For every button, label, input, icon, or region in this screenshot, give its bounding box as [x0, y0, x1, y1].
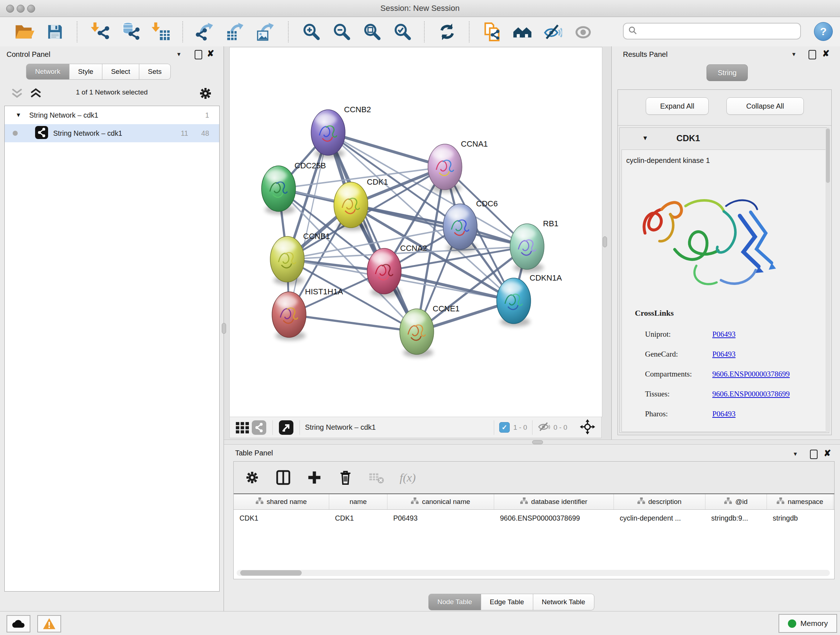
collection-expand-caret-icon[interactable]: ▼ [16, 112, 21, 119]
table-cell[interactable]: P06493 [387, 510, 494, 526]
column-header[interactable]: @id [706, 494, 767, 509]
hidden-eye-slash-icon[interactable] [538, 421, 551, 434]
table-cell[interactable]: CDK1 [234, 510, 329, 526]
open-in-new-window-icon[interactable] [278, 419, 294, 436]
network-node-CCNE1[interactable] [400, 309, 434, 357]
network-node-HIST1H1A[interactable] [272, 292, 306, 340]
tab-string[interactable]: String [706, 65, 748, 81]
column-header[interactable]: database identifier [494, 494, 614, 509]
crosslink-link[interactable]: P06493 [712, 409, 736, 418]
table-hscrollbar[interactable] [237, 570, 830, 576]
crosslink-link[interactable]: 9606.ENSP00000378699 [712, 390, 790, 399]
split-icon[interactable] [275, 469, 292, 486]
column-header[interactable]: description [614, 494, 706, 509]
panel-menu-caret-icon[interactable]: ▼ [176, 51, 182, 57]
panel-float-icon[interactable] [808, 50, 816, 59]
network-row-selected[interactable]: String Network – cdk1 11 48 [5, 124, 219, 142]
network-node-CCNA2[interactable] [367, 249, 401, 297]
column-header[interactable]: shared name [234, 494, 329, 509]
table-cell[interactable]: cyclin-dependent ... [614, 510, 706, 526]
network-node-CDC6[interactable] [443, 204, 477, 252]
network-node-CDK1[interactable] [334, 182, 368, 231]
warning-button[interactable] [37, 615, 61, 632]
panel-menu-caret-icon[interactable]: ▼ [791, 51, 797, 57]
refresh-network-icon[interactable] [437, 21, 457, 42]
search-box[interactable] [623, 23, 801, 40]
zoom-in-icon[interactable] [301, 21, 321, 42]
hide-selected-icon[interactable] [543, 21, 563, 42]
crosslink-link[interactable]: P06493 [712, 330, 736, 339]
panel-float-icon[interactable] [810, 450, 818, 459]
tab-network[interactable]: Network [26, 64, 69, 80]
network-label: String Network – cdk1 [53, 129, 122, 138]
collapse-all-button[interactable]: Collapse All [726, 97, 804, 115]
selected-count-checkbox[interactable]: ✓ [499, 422, 510, 432]
network-node-CCNB1[interactable] [270, 236, 304, 285]
gear-icon[interactable] [244, 469, 261, 486]
import-network-database-icon[interactable] [120, 21, 141, 42]
zoom-selected-icon[interactable] [392, 21, 412, 42]
network-graph[interactable]: CCNB2CCNA1CDC25BCDK1CDC6RB1CCNB1CCNA2CDK… [230, 48, 602, 417]
trash-icon[interactable] [337, 469, 354, 486]
cloud-button[interactable] [6, 615, 30, 632]
network-node-CCNB2[interactable] [311, 110, 345, 158]
toolbar-separator [424, 21, 425, 42]
import-network-file-icon[interactable] [90, 21, 110, 42]
table-x-icon[interactable] [368, 469, 385, 486]
function-builder-icon[interactable]: f(x) [399, 469, 416, 486]
table-cell[interactable]: stringdb [767, 510, 834, 526]
horizontal-splitter[interactable] [224, 440, 840, 445]
help-button[interactable]: ? [814, 22, 833, 41]
home-houses-icon[interactable] [512, 21, 532, 42]
crosslink-link[interactable]: P06493 [712, 350, 736, 359]
right-splitter-handle[interactable] [603, 236, 607, 247]
crosslink-link[interactable]: 9606.ENSP00000378699 [712, 370, 790, 379]
export-network-icon[interactable] [195, 21, 216, 42]
table-row[interactable]: CDK1CDK1P064939606.ENSP00000378699cyclin… [234, 510, 834, 526]
expand-all-button[interactable]: Expand All [646, 97, 709, 115]
panel-close-icon[interactable]: ✘ [822, 49, 829, 59]
network-node-CDKN1A[interactable] [497, 278, 531, 326]
show-all-icon[interactable] [573, 21, 593, 42]
export-image-icon[interactable] [256, 21, 276, 42]
network-options-gear-icon[interactable] [198, 86, 213, 102]
tab-network-table[interactable]: Network Table [533, 594, 594, 610]
table-cell[interactable]: 9606.ENSP00000378699 [494, 510, 614, 526]
zoom-out-icon[interactable] [332, 21, 352, 42]
tab-edge-table[interactable]: Edge Table [481, 594, 533, 610]
zoom-fit-icon[interactable] [362, 21, 382, 42]
string-share-icon[interactable] [251, 419, 267, 436]
left-splitter-handle[interactable] [222, 323, 226, 334]
import-table-icon[interactable] [150, 21, 171, 42]
add-icon[interactable] [306, 469, 323, 486]
panel-close-icon[interactable]: ✘ [207, 49, 214, 59]
section-collapse-caret-icon[interactable]: ▼ [642, 135, 648, 142]
tab-style[interactable]: Style [69, 64, 103, 80]
table-cell[interactable]: stringdb:9... [706, 510, 767, 526]
panel-float-icon[interactable] [195, 50, 202, 59]
column-header[interactable]: namespace [767, 494, 834, 509]
network-collection-row[interactable]: ▼ String Network – cdk1 1 [5, 106, 219, 124]
save-session-icon[interactable] [45, 21, 65, 42]
duplicate-network-icon[interactable] [482, 21, 502, 42]
tab-select[interactable]: Select [103, 64, 139, 80]
network-canvas[interactable]: CCNB2CCNA1CDC25BCDK1CDC6RB1CCNB1CCNA2CDK… [229, 47, 602, 417]
search-input[interactable] [640, 27, 800, 36]
birdseye-grid-icon[interactable] [234, 419, 251, 436]
column-header[interactable]: canonical name [387, 494, 494, 509]
results-scrollbar[interactable] [826, 127, 830, 432]
open-session-icon[interactable] [14, 21, 35, 42]
network-node-CDC25B[interactable] [262, 166, 295, 214]
column-header[interactable]: name [329, 494, 387, 509]
panel-menu-caret-icon[interactable]: ▼ [793, 451, 798, 457]
tab-node-table[interactable]: Node Table [428, 594, 481, 610]
memory-button[interactable]: Memory [778, 614, 837, 633]
export-table-icon[interactable] [226, 21, 246, 42]
fit-selected-crosshair-icon[interactable] [579, 419, 595, 436]
tab-sets[interactable]: Sets [139, 64, 171, 80]
gene-section-header[interactable]: ▼ CDK1 [620, 128, 829, 149]
network-node-RB1[interactable] [510, 224, 544, 272]
panel-close-icon[interactable]: ✘ [824, 448, 831, 458]
splitter-handle[interactable] [532, 440, 543, 444]
table-cell[interactable]: CDK1 [329, 510, 387, 526]
